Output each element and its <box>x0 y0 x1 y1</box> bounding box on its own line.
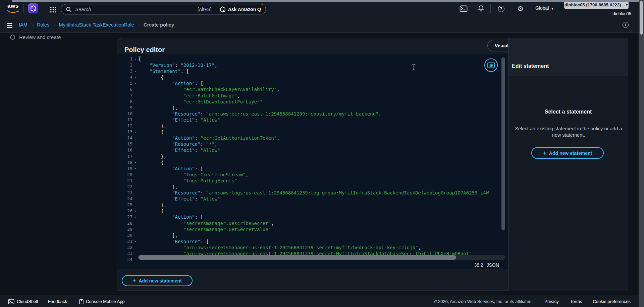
cursor-position[interactable]: 38:2 <box>474 262 483 268</box>
code-line[interactable]: 19▾ "Action": [ <box>117 166 508 172</box>
page-scrollbar-thumb[interactable] <box>640 1 643 35</box>
terms-link[interactable]: Terms <box>570 299 582 304</box>
fold-arrow-icon[interactable]: ▾ <box>132 208 138 214</box>
json-code-editor[interactable]: 1▾{2 "Version": "2012-10-17",3▾ "Stateme… <box>117 54 508 269</box>
panel-add-new-statement-button[interactable]: + Add new statement <box>531 147 604 159</box>
code-text: "Action": "ecr:GetAuthorizationToken", <box>138 135 279 141</box>
line-number: 29 <box>117 226 132 232</box>
feedback-link[interactable]: Feedback <box>48 299 67 304</box>
code-line[interactable]: 24 "Effect": "Allow" <box>117 196 508 202</box>
breadcrumb-item[interactable]: Roles <box>37 22 49 28</box>
code-line[interactable]: 27▾ "Action": [ <box>117 214 508 220</box>
keyboard-shortcuts-button[interactable] <box>484 58 498 72</box>
code-text: ], <box>138 184 178 190</box>
code-text: "secretsmanager:DescribeSecret", <box>138 220 274 226</box>
line-number: 24 <box>117 196 132 202</box>
code-text: "Resource": "arn:aws:ecr:us-east-1:29456… <box>138 111 381 117</box>
panel-title: Edit statement <box>512 63 549 69</box>
fold-arrow-icon[interactable]: ▾ <box>132 214 138 220</box>
console-mobile-app-link[interactable]: Console Mobile App <box>79 299 125 304</box>
breadcrumb-item[interactable]: MyfitInfraStack-TaskExecutionRole <box>59 22 134 28</box>
code-line[interactable]: 21 "logs:PutLogEvents" <box>117 178 508 184</box>
amazon-q-app-icon[interactable] <box>28 3 38 13</box>
code-line[interactable]: 15 "Resource": "*", <box>117 141 508 147</box>
code-text: "Version": "2012-10-17", <box>138 62 217 68</box>
code-line[interactable]: 16 "Effect": "Allow" <box>117 147 508 153</box>
cloudshell-terminal-icon[interactable] <box>459 4 468 13</box>
code-line[interactable]: 4▾ { <box>117 74 508 80</box>
editor-mode-label: JSON <box>487 262 499 268</box>
code-line[interactable]: 11 "Effect": "Allow" <box>117 117 508 123</box>
privacy-link[interactable]: Privacy <box>544 299 559 304</box>
settings-gear-icon[interactable]: ⚙ <box>516 4 525 13</box>
code-line[interactable]: 18▾ { <box>117 160 508 166</box>
code-line[interactable]: 31▾ "Resource": [ <box>117 238 508 245</box>
fold-arrow-icon[interactable]: ▾ <box>132 160 138 166</box>
code-text: "ecr:BatchCheckLayerAvailability", <box>138 86 279 92</box>
fold-gutter <box>132 232 138 238</box>
code-text: "ecr:GetDownloadUrlForLayer" <box>138 99 263 105</box>
code-line[interactable]: 23 "Resource": "arn:aws:logs:us-east-1:2… <box>117 190 508 196</box>
add-new-statement-button[interactable]: + Add new statement <box>122 275 193 286</box>
fold-arrow-icon[interactable]: ▾ <box>132 166 138 172</box>
fold-gutter <box>132 190 138 196</box>
fold-arrow-icon[interactable]: ▾ <box>132 129 138 135</box>
nav-divider <box>490 4 491 13</box>
code-line[interactable]: 25 }, <box>117 202 508 208</box>
wizard-step-radio[interactable] <box>10 35 15 40</box>
app-grid-icon[interactable] <box>49 5 57 14</box>
nav-divider <box>510 4 510 13</box>
code-line[interactable]: 8 "ecr:GetDownloadUrlForLayer" <box>117 99 508 105</box>
code-line[interactable]: 14 "Action": "ecr:GetAuthorizationToken"… <box>117 135 508 141</box>
panel-add-statement-label: Add new statement <box>549 150 592 156</box>
cookie-preferences-link[interactable]: Cookie preferences <box>593 299 631 304</box>
cloudshell-link[interactable]: CloudShell <box>8 299 38 304</box>
code-line[interactable]: 17 }, <box>117 154 508 160</box>
code-text: }, <box>138 202 166 208</box>
code-line[interactable]: 13▾ { <box>117 129 508 135</box>
info-icon[interactable]: i <box>623 22 629 28</box>
fold-arrow-icon[interactable]: ▾ <box>132 68 138 74</box>
code-line[interactable]: 29 "secretsmanager:GetSecretValue" <box>117 226 508 232</box>
fold-gutter <box>132 245 138 251</box>
code-text: "Action": [ <box>138 166 203 172</box>
fold-gutter <box>132 178 138 184</box>
code-line[interactable]: 2 "Version": "2012-10-17", <box>117 62 508 68</box>
editor-horizontal-scrollbar[interactable] <box>139 255 456 260</box>
fold-arrow-icon[interactable]: ▾ <box>132 238 138 245</box>
code-line[interactable]: 1▾{ <box>117 56 508 62</box>
editor-vertical-scrollbar[interactable] <box>501 57 505 230</box>
code-line[interactable]: 26▾ { <box>117 208 508 214</box>
code-line[interactable]: 3▾ "Statement": [ <box>117 68 508 74</box>
hamburger-menu-icon[interactable] <box>7 23 12 29</box>
page-scrollbar[interactable] <box>639 0 644 307</box>
fold-arrow-icon[interactable]: ▾ <box>132 80 138 86</box>
fold-arrow-icon[interactable]: ▾ <box>132 74 138 80</box>
breadcrumb-item[interactable]: IAM <box>19 22 28 28</box>
line-number: 21 <box>117 178 132 184</box>
fold-arrow-icon[interactable]: ▾ <box>132 56 138 62</box>
code-line[interactable]: 20 "logs:CreateLogStream", <box>117 172 508 178</box>
code-line[interactable]: 12 }, <box>117 123 508 129</box>
region-selector[interactable]: Global▼ <box>535 5 554 11</box>
code-line[interactable]: 32 "arn:aws:secretsmanager:us-east-1:294… <box>117 245 508 251</box>
code-line[interactable]: 6 "ecr:BatchCheckLayerAvailability", <box>117 86 508 92</box>
code-line[interactable]: 7 "ecr:BatchGetImage", <box>117 93 508 99</box>
search-bar[interactable]: Search [Alt+S] Ask Amazon Q <box>61 4 266 14</box>
line-number: 6 <box>117 86 132 92</box>
region-label: Global <box>535 5 549 11</box>
code-line[interactable]: 28 "secretsmanager:DescribeSecret", <box>117 220 508 226</box>
line-number: 4 <box>117 74 132 80</box>
notifications-bell-icon[interactable] <box>477 4 485 13</box>
code-line[interactable]: 5▾ "Action": [ <box>117 80 508 86</box>
code-line[interactable]: 10 "Resource": "arn:aws:ecr:us-east-1:29… <box>117 111 508 117</box>
code-line[interactable]: 9 ], <box>117 105 508 111</box>
code-line[interactable]: 22 ], <box>117 184 508 190</box>
help-icon[interactable]: ? <box>497 4 505 13</box>
code-line[interactable]: 30 ], <box>117 232 508 238</box>
nav-divider <box>23 4 24 13</box>
ask-amazon-q-button[interactable]: Ask Amazon Q <box>228 7 261 12</box>
code-text: { <box>138 160 164 166</box>
breadcrumb-separator-icon: › <box>138 23 139 28</box>
aws-logo[interactable]: aws <box>7 4 19 14</box>
